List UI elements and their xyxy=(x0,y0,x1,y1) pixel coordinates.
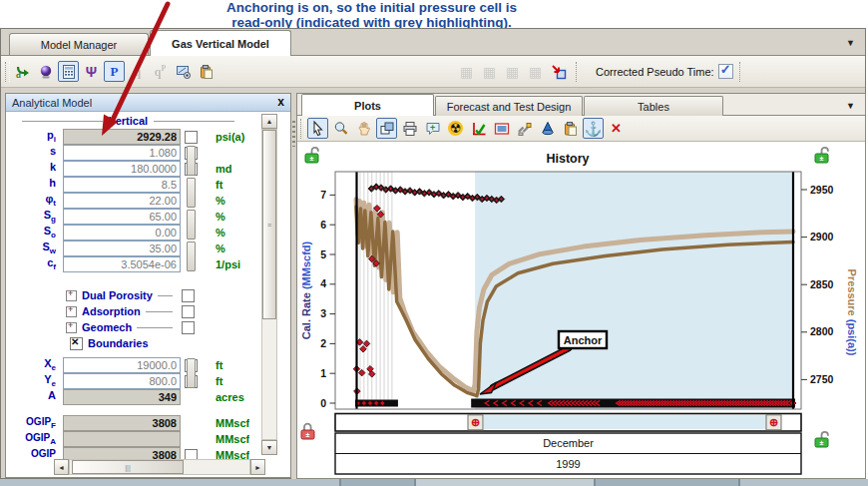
right-axis-lock-icon[interactable]: ± xyxy=(815,148,828,163)
left-axis-lock-icon[interactable]: ± xyxy=(305,148,318,163)
tree-item-checkbox[interactable] xyxy=(182,305,195,318)
left-tick-label: 3 xyxy=(320,307,326,319)
scroll-left-button[interactable]: ◄ xyxy=(54,459,69,475)
tab-model-manager[interactable]: Model Manager xyxy=(9,33,149,55)
corrected-pseudo-time-checkbox[interactable] xyxy=(718,64,733,79)
close-icon[interactable]: x xyxy=(277,95,284,109)
psi-icon[interactable]: Ψ xyxy=(81,61,102,82)
parameter-checkbox[interactable] xyxy=(185,131,198,144)
add-comment-icon[interactable]: + xyxy=(422,118,443,139)
parameter-label: h xyxy=(10,177,63,192)
right-tick-label: 2900 xyxy=(810,231,834,243)
right-tick-label: 2750 xyxy=(810,373,834,385)
tree-item-checkbox[interactable] xyxy=(182,321,195,334)
x-range-handle-right[interactable]: ⊕ xyxy=(766,415,781,430)
cascade-windows-icon[interactable] xyxy=(376,118,397,139)
parameter-field[interactable] xyxy=(63,241,181,256)
boundary-ye: Ye ft xyxy=(10,373,249,389)
parameter-field[interactable] xyxy=(63,161,181,177)
parameter-field[interactable] xyxy=(63,389,181,405)
horizontal-scroll-thumb[interactable]: ||| xyxy=(72,460,184,474)
background-window-edge xyxy=(0,479,868,486)
annotation-line1: Anchoring is on, so the initial pressure… xyxy=(150,1,594,16)
parameter-label: A xyxy=(10,389,63,404)
crystal-ball-icon[interactable] xyxy=(35,61,56,82)
tab-plots-label: Plots xyxy=(354,100,381,112)
parameter-spinner-button[interactable] xyxy=(187,242,196,271)
parameter-label: Ye xyxy=(10,373,63,388)
x-range-handle-left[interactable]: ⊕ xyxy=(468,415,483,430)
parameter-field[interactable] xyxy=(63,256,181,272)
parameter-field[interactable] xyxy=(63,129,181,145)
send-data-icon[interactable] xyxy=(514,118,535,139)
image-copy-icon[interactable] xyxy=(491,118,512,139)
parameter-field[interactable] xyxy=(63,193,181,209)
tab-gas-vertical-model-label: Gas Vertical Model xyxy=(172,38,269,50)
tree-item-geomech: Geomech xyxy=(10,319,195,335)
parameter-field[interactable] xyxy=(63,415,181,431)
corrected-pseudo-time-label: Corrected Pseudo Time: xyxy=(596,66,714,78)
paste-plot-icon[interactable] xyxy=(560,118,581,139)
boundaries-label: Boundaries xyxy=(88,337,149,349)
parameter-field[interactable] xyxy=(63,209,181,225)
parameter-label: cf xyxy=(10,256,63,271)
parameter-label: Xe xyxy=(10,357,63,372)
parameter-field[interactable] xyxy=(63,431,181,447)
report-settings-icon[interactable] xyxy=(173,61,194,82)
expand-icon[interactable] xyxy=(66,322,77,333)
calculator-icon[interactable] xyxy=(58,61,79,82)
x-axis-lock-icon[interactable]: ± xyxy=(301,424,314,439)
parameter-spinner-button[interactable] xyxy=(187,146,196,176)
param-k: k md xyxy=(10,161,249,177)
zoom-icon[interactable] xyxy=(330,118,351,139)
parameter-spinner-button[interactable] xyxy=(187,358,196,388)
anchor-icon[interactable]: ⚓ xyxy=(583,118,604,139)
left-tick-label: 2 xyxy=(320,337,326,349)
parameter-unit: acres xyxy=(216,391,244,403)
scroll-right-button[interactable]: ► xyxy=(250,459,265,475)
tree-item-checkbox[interactable] xyxy=(182,289,195,302)
scroll-up-button[interactable]: ▲ xyxy=(261,114,277,129)
print-icon[interactable] xyxy=(399,118,420,139)
radioactive-icon[interactable]: ☢ xyxy=(445,118,466,139)
import-data-icon[interactable]: d xyxy=(12,61,33,82)
parameter-field[interactable] xyxy=(63,357,181,373)
parameter-field[interactable] xyxy=(63,225,181,241)
scroll-down-button[interactable]: ▼ xyxy=(261,440,277,455)
disabled-plot-2-icon: ▦ xyxy=(479,61,500,82)
parameter-label: k xyxy=(10,161,63,176)
parameter-field[interactable] xyxy=(63,145,181,161)
parameter-spinner-button[interactable] xyxy=(187,210,196,240)
parameter-unit: % xyxy=(216,195,225,207)
svg-text:±: ± xyxy=(820,439,824,446)
parameter-spinner-button[interactable] xyxy=(187,178,196,208)
tab-gas-vertical-model[interactable]: Gas Vertical Model xyxy=(150,30,291,56)
x-axis-right-lock-icon[interactable]: ± xyxy=(815,432,828,447)
boundaries-checkbox[interactable] xyxy=(70,337,83,350)
tab-forecast-test-design[interactable]: Forecast and Test Design xyxy=(435,96,583,116)
main-tab-overflow-arrow[interactable]: ▼ xyxy=(846,38,855,48)
export-plot-icon[interactable] xyxy=(548,61,569,82)
boundaries-row: Boundaries xyxy=(10,335,195,351)
parameter-label: pi xyxy=(10,129,63,144)
vertical-scroll-thumb[interactable]: ≡ xyxy=(262,130,276,319)
expand-icon[interactable] xyxy=(66,290,77,301)
rotate-3d-icon[interactable] xyxy=(537,118,558,139)
toolbar-grip[interactable] xyxy=(5,62,10,82)
plot-toolbar-grip[interactable] xyxy=(300,119,305,139)
tab-tables[interactable]: Tables xyxy=(584,96,723,116)
parameter-plot-icon[interactable] xyxy=(468,118,489,139)
pressure-icon[interactable]: P xyxy=(104,61,125,82)
parameter-unit: ft xyxy=(216,359,222,371)
paste-icon[interactable] xyxy=(196,61,217,82)
pan-hand-icon[interactable] xyxy=(353,118,374,139)
pointer-icon[interactable] xyxy=(307,118,328,139)
parameter-field[interactable] xyxy=(63,373,181,389)
panel-header[interactable]: Analytical Model x xyxy=(6,94,290,112)
tab-plots[interactable]: Plots xyxy=(301,94,434,116)
chart-generated-content: 0123456727502800285029002950 xyxy=(320,172,833,409)
parameter-field[interactable] xyxy=(63,177,181,193)
expand-icon[interactable] xyxy=(66,306,77,317)
plot-tab-overflow-arrow[interactable]: ▼ xyxy=(846,101,855,111)
delete-icon[interactable]: ✕ xyxy=(606,118,627,139)
